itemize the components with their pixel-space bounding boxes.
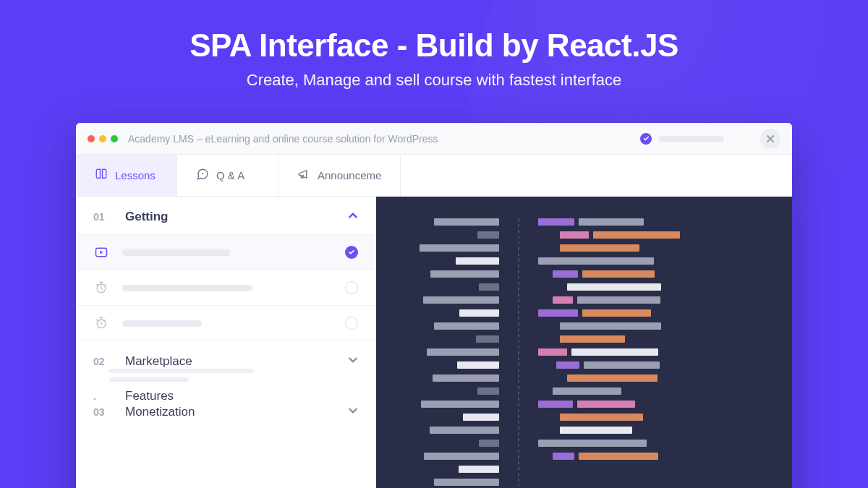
play-icon [93, 245, 109, 260]
section-title: Features [125, 389, 332, 403]
section-header[interactable]: 01 Getting [76, 197, 375, 234]
lesson-incomplete-icon [345, 317, 358, 330]
chevron-down-icon [348, 355, 358, 368]
close-button[interactable] [760, 129, 780, 149]
lesson-item[interactable] [76, 234, 375, 270]
tab-label: Q & A [216, 169, 244, 181]
window-title: Academy LMS – eLearning and online cours… [128, 133, 640, 145]
section-title: Marketplace [125, 354, 332, 369]
tab-qa[interactable]: Q & A [177, 155, 278, 196]
lesson-title-placeholder [122, 320, 332, 327]
tabs: Lessons Q & A Announceme [76, 155, 792, 197]
section-title: Getting [125, 210, 332, 224]
code-preview-panel [376, 197, 792, 488]
chevron-up-icon [348, 210, 358, 223]
minimize-dot[interactable] [99, 135, 106, 142]
megaphone-icon [297, 168, 310, 183]
lesson-incomplete-icon [345, 281, 358, 294]
timer-icon [93, 281, 109, 295]
section-number: 03 [93, 406, 109, 418]
section-number: 02 [93, 356, 109, 367]
chevron-down-icon [348, 406, 358, 419]
section-number: 01 [93, 211, 109, 223]
tab-lessons[interactable]: Lessons [76, 155, 177, 196]
section-title: Monetization [125, 405, 332, 419]
titlebar: Academy LMS – eLearning and online cours… [76, 123, 792, 155]
section-subtitle-placeholder [76, 369, 375, 382]
window-controls [88, 135, 118, 142]
code-illustration [420, 218, 778, 486]
tab-announce[interactable]: Announceme [278, 155, 401, 196]
lesson-complete-icon [345, 246, 358, 259]
app-window: Academy LMS – eLearning and online cours… [76, 123, 792, 488]
section-header[interactable]: . Features [76, 386, 375, 403]
lesson-item[interactable] [76, 305, 375, 341]
status-text-placeholder [659, 136, 724, 142]
lesson-sidebar: 01 Getting [76, 197, 376, 488]
lesson-item[interactable] [76, 270, 375, 305]
svg-point-0 [203, 174, 203, 174]
chat-icon [196, 168, 209, 183]
tab-label: Announceme [318, 169, 381, 181]
lesson-title-placeholder [122, 285, 332, 291]
hero-subtitle: Create, Manage and sell course with fast… [0, 71, 868, 90]
tab-label: Lessons [115, 169, 156, 181]
timer-icon [93, 316, 109, 330]
status-indicator [640, 133, 724, 145]
book-open-icon [95, 168, 108, 183]
maximize-dot[interactable] [111, 135, 118, 142]
section-number: . [93, 390, 109, 402]
check-icon [640, 133, 652, 145]
section-header[interactable]: 03 Monetization [76, 403, 375, 429]
content: 01 Getting [76, 197, 792, 488]
close-dot[interactable] [88, 135, 95, 142]
lesson-title-placeholder [122, 249, 332, 256]
